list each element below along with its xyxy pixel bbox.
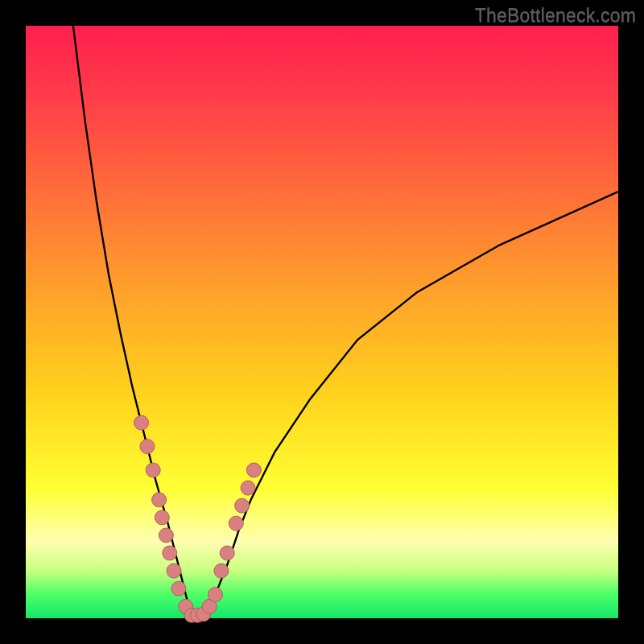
- data-marker: [220, 546, 234, 560]
- data-marker: [229, 516, 243, 530]
- data-marker: [152, 493, 167, 507]
- data-marker: [163, 546, 177, 560]
- data-marker: [214, 564, 229, 578]
- data-marker: [146, 463, 160, 477]
- data-marker: [171, 581, 186, 596]
- data-marker: [167, 564, 181, 578]
- data-marker: [134, 415, 149, 430]
- data-marker: [241, 481, 255, 495]
- data-marker: [246, 463, 261, 477]
- chart-frame: TheBottleneck.com: [0, 0, 644, 644]
- chart-svg: [26, 26, 618, 618]
- plot-area: [26, 26, 618, 618]
- marker-group: [134, 415, 262, 622]
- data-marker: [140, 440, 155, 454]
- bottleneck-curve: [73, 26, 618, 618]
- watermark-text: TheBottleneck.com: [475, 5, 636, 27]
- data-marker: [235, 498, 250, 513]
- data-marker: [208, 588, 223, 602]
- data-marker: [159, 528, 173, 543]
- data-marker: [155, 510, 169, 525]
